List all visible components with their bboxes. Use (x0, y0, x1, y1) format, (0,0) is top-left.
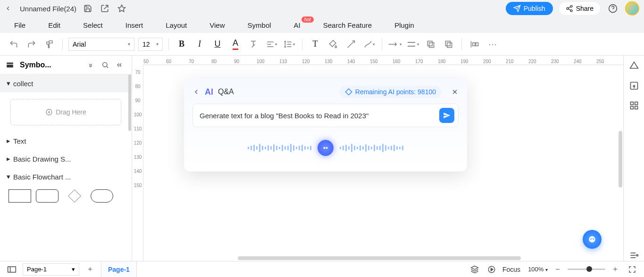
save-icon[interactable] (82, 3, 93, 14)
svg-rect-19 (427, 41, 432, 46)
ai-logo: AI (205, 87, 213, 97)
sidebar-section-basic-flowchart[interactable]: ▾Basic Flowchart ... (0, 168, 132, 186)
font-color-button[interactable]: A (228, 37, 243, 51)
help-button[interactable] (606, 2, 619, 15)
svg-rect-21 (447, 42, 452, 47)
page-tab-1[interactable]: Page-1 (101, 261, 137, 277)
theme-icon[interactable] (628, 60, 640, 72)
sidebar-section-collect[interactable]: ▾collect (0, 74, 132, 92)
chevron-down-icon: ▾ (7, 172, 10, 181)
focus-label[interactable]: Focus (502, 266, 520, 273)
zoom-value[interactable]: 100% ▾ (528, 266, 548, 273)
menu-symbol[interactable]: Symbol (248, 21, 271, 29)
flowchart-shapes (0, 186, 132, 206)
menu-plugin[interactable]: Plugin (394, 21, 414, 29)
presentation-icon[interactable] (485, 263, 498, 276)
arrow-style-button[interactable]: ▾ (406, 37, 420, 51)
hot-badge: hot (301, 16, 314, 23)
expand-down-icon[interactable] (87, 62, 98, 68)
line-spacing-button[interactable]: ▾ (282, 37, 296, 51)
page-view-button[interactable] (6, 263, 18, 276)
sidebar-scrollbar[interactable] (128, 74, 131, 261)
apps-icon[interactable] (628, 100, 640, 111)
shape-diamond[interactable] (68, 189, 81, 203)
horizontal-ruler: 5060708090100110120130140150160170180190… (143, 56, 623, 65)
format-painter-button[interactable] (42, 37, 57, 51)
shape-terminator[interactable] (91, 189, 113, 203)
bold-button[interactable]: B (175, 37, 189, 51)
drag-here-zone[interactable]: Drag Here (10, 99, 121, 125)
file-name: Unnamed File(24) (20, 5, 76, 13)
chevron-down-icon: ▾ (72, 266, 75, 273)
shape-rectangle[interactable] (8, 189, 31, 203)
text-tool-button[interactable]: T (308, 37, 322, 51)
menu-edit[interactable]: Edit (48, 21, 60, 29)
line-tool-button[interactable]: ▾ (388, 37, 402, 51)
page-select[interactable]: Page-1▾ (23, 263, 79, 276)
shape-rounded-rect[interactable] (36, 189, 59, 203)
status-bar: Page-1▾ ＋ Page-1 Focus 100% ▾ − ＋ (0, 261, 644, 277)
canvas-horizontal-scrollbar[interactable] (238, 256, 521, 260)
ai-points-badge[interactable]: Remaining AI points: 98100 (339, 86, 442, 98)
collapse-sidebar-icon[interactable] (116, 61, 126, 69)
export-panel-icon[interactable] (628, 80, 640, 91)
back-button[interactable] (5, 5, 14, 12)
more-tools-button[interactable]: ⋯ (485, 37, 500, 51)
ai-assistant-float-button[interactable] (583, 230, 602, 249)
fill-button[interactable] (326, 37, 340, 51)
layer-back-button[interactable] (442, 37, 456, 51)
menu-layout[interactable]: Layout (166, 21, 187, 29)
canvas-vertical-scrollbar[interactable] (619, 131, 622, 187)
ai-back-button[interactable] (192, 88, 200, 96)
svg-marker-36 (630, 62, 638, 68)
share-button[interactable]: Share (559, 1, 601, 16)
underline-button[interactable]: U (210, 37, 225, 51)
svg-rect-41 (630, 106, 633, 109)
chevron-right-icon: ▸ (7, 137, 10, 145)
canvas[interactable]: AI Q&A Remaining AI points: 98100 Genera… (143, 65, 623, 261)
add-page-button[interactable]: ＋ (84, 263, 96, 276)
list-settings-icon[interactable] (628, 250, 640, 261)
layer-front-button[interactable] (424, 37, 438, 51)
zoom-in-button[interactable]: ＋ (609, 263, 621, 276)
stroke-button[interactable] (344, 37, 358, 51)
menu-select[interactable]: Select (83, 21, 103, 29)
sidebar-header: Symbo... (0, 56, 132, 74)
fullscreen-button[interactable] (626, 263, 638, 276)
menu-search-feature[interactable]: Search Feature (323, 21, 372, 29)
svg-point-49 (593, 238, 594, 240)
menu-view[interactable]: View (209, 21, 225, 29)
menu-ai[interactable]: AIhot (294, 21, 301, 29)
redo-button[interactable] (25, 37, 39, 51)
connector-button[interactable]: ▾ (362, 37, 376, 51)
sidebar-section-text[interactable]: ▸Text (0, 132, 132, 150)
ai-send-button[interactable] (439, 108, 454, 123)
chevron-down-icon: ▾ (128, 41, 130, 47)
clear-format-button[interactable] (246, 37, 260, 51)
publish-label: Publish (524, 5, 545, 12)
user-avatar[interactable] (625, 1, 639, 16)
menu-file[interactable]: File (14, 21, 25, 29)
font-size-select[interactable]: 12▾ (138, 38, 163, 51)
share-label: Share (576, 5, 594, 12)
publish-button[interactable]: Publish (506, 2, 553, 15)
svg-point-3 (570, 5, 572, 7)
svg-line-6 (568, 9, 570, 10)
svg-rect-20 (429, 42, 434, 47)
undo-button[interactable] (7, 37, 21, 51)
star-icon[interactable] (116, 3, 127, 14)
menu-insert[interactable]: Insert (125, 21, 143, 29)
zoom-slider[interactable] (568, 269, 605, 270)
font-family-select[interactable]: Arial▾ (68, 38, 134, 51)
italic-button[interactable]: I (192, 37, 207, 51)
layers-icon[interactable] (468, 263, 481, 276)
search-icon[interactable] (101, 61, 112, 69)
vertical-ruler: 708090100110120130140150 (132, 65, 143, 261)
ai-prompt-input[interactable]: Generate text for a blog "Best Books to … (200, 112, 435, 120)
ai-close-button[interactable] (451, 88, 459, 96)
sidebar-section-basic-drawing[interactable]: ▸Basic Drawing S... (0, 150, 132, 168)
align-button[interactable]: ▾ (264, 37, 278, 51)
export-icon[interactable] (99, 3, 110, 14)
distribute-button[interactable] (468, 37, 482, 51)
zoom-out-button[interactable]: − (552, 263, 564, 276)
